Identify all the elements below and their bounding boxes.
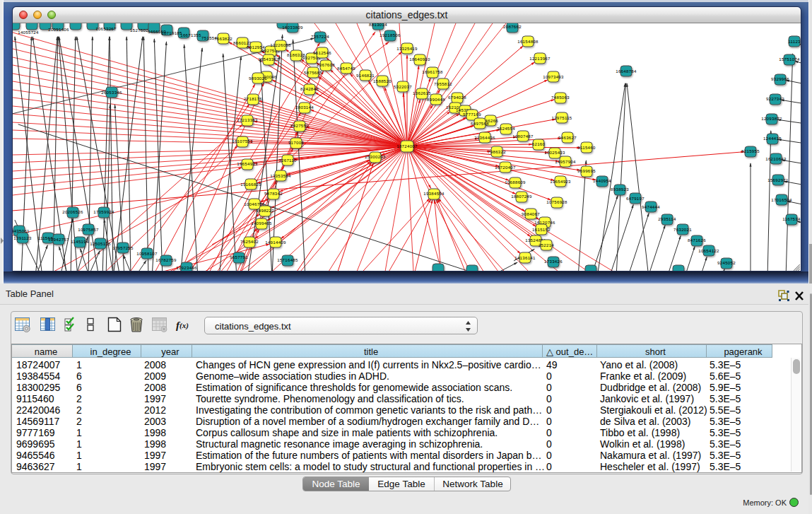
svg-text:9777169: 9777169	[463, 112, 481, 117]
svg-text:1615152: 1615152	[532, 227, 551, 232]
svg-text:252214: 252214	[539, 243, 554, 247]
svg-text:12093872: 12093872	[761, 116, 782, 121]
svg-text:14055724: 14055724	[18, 30, 39, 35]
svg-text:5878342: 5878342	[264, 191, 283, 196]
svg-text:16033809: 16033809	[282, 25, 303, 30]
svg-text:10719185: 10719185	[161, 30, 182, 35]
svg-text:1391123: 1391123	[13, 235, 32, 240]
svg-text:9245052: 9245052	[717, 260, 736, 265]
svg-text:2935114: 2935114	[658, 216, 676, 221]
svg-text:13226058: 13226058	[270, 42, 291, 47]
svg-text:2087662: 2087662	[503, 24, 522, 29]
svg-text:1588520: 1588520	[373, 78, 392, 83]
svg-text:7625402: 7625402	[240, 239, 259, 244]
svg-text:17957255: 17957255	[112, 245, 134, 250]
svg-text:1362615: 1362615	[413, 90, 431, 95]
svg-text:8813014: 8813014	[369, 23, 387, 27]
svg-text:7955812: 7955812	[434, 81, 452, 86]
svg-text:7357224: 7357224	[311, 34, 329, 39]
svg-text:1733426: 1733426	[544, 259, 563, 264]
svg-text:2803144: 2803144	[295, 105, 314, 110]
svg-text:16648784: 16648784	[616, 69, 637, 74]
svg-text:12975115: 12975115	[551, 115, 572, 120]
svg-text:9474444: 9474444	[642, 204, 660, 209]
svg-text:8242848: 8242848	[300, 86, 319, 91]
svg-text:8427552: 8427552	[290, 123, 309, 128]
svg-text:12213967: 12213967	[529, 56, 551, 61]
svg-text:1244415: 1244415	[763, 136, 782, 141]
svg-text:13325419: 13325419	[396, 46, 418, 51]
svg-text:6794028: 6794028	[448, 95, 466, 100]
svg-text:25300203: 25300203	[365, 154, 386, 159]
svg-text:9115460: 9115460	[577, 145, 596, 150]
svg-text:917004: 917004	[288, 140, 304, 145]
svg-text:18640910: 18640910	[409, 57, 430, 62]
svg-text:14957904: 14957904	[555, 159, 576, 164]
svg-text:10654122: 10654122	[698, 248, 719, 253]
svg-text:8471626: 8471626	[688, 238, 706, 243]
svg-text:12942757: 12942757	[48, 237, 69, 242]
svg-text:10653267: 10653267	[95, 26, 117, 31]
svg-text:19166825: 19166825	[240, 182, 261, 187]
svg-text:9227342: 9227342	[766, 96, 784, 101]
svg-text:14099465: 14099465	[251, 221, 272, 226]
svg-text:10756928: 10756928	[546, 199, 567, 204]
svg-text:6479197: 6479197	[626, 196, 645, 201]
svg-text:9657791: 9657791	[230, 255, 248, 259]
svg-text:26053346: 26053346	[101, 90, 122, 95]
svg-text:9146821: 9146821	[356, 73, 375, 78]
svg-text:19384554: 19384554	[423, 191, 445, 196]
svg-text:8990448: 8990448	[427, 97, 445, 102]
svg-text:3624554: 3624554	[497, 126, 515, 131]
svg-text:20206526: 20206526	[62, 209, 83, 214]
svg-text:12505135: 12505135	[90, 241, 111, 246]
svg-text:1145194: 1145194	[71, 239, 89, 244]
svg-text:3267110: 3267110	[278, 158, 297, 163]
svg-text:12923446: 12923446	[176, 265, 197, 270]
svg-text:7986322: 7986322	[488, 149, 506, 154]
svg-text:12213383: 12213383	[237, 117, 258, 122]
svg-text:9612546: 9612546	[313, 50, 331, 55]
svg-text:14914409: 14914409	[265, 240, 286, 245]
svg-text:16154808: 16154808	[517, 39, 539, 44]
svg-text:1498222: 1498222	[256, 208, 274, 213]
svg-text:17016504: 17016504	[771, 197, 792, 202]
svg-text:9084067: 9084067	[522, 211, 540, 216]
svg-text:7632021: 7632021	[673, 227, 692, 232]
svg-text:2718176: 2718176	[244, 96, 262, 101]
svg-text:16543362: 16543362	[258, 57, 279, 62]
svg-text:(x): (x)	[180, 321, 189, 330]
svg-text:11123: 11123	[788, 39, 801, 44]
svg-text:7485063: 7485063	[551, 95, 570, 100]
svg-text:15720407: 15720407	[495, 165, 516, 170]
svg-text:17359924: 17359924	[93, 209, 114, 214]
svg-text:15692971: 15692971	[767, 177, 789, 182]
svg-text:19654933: 19654933	[237, 161, 258, 166]
svg-text:14136141: 14136141	[514, 255, 536, 260]
svg-text:16671355: 16671355	[180, 33, 201, 37]
svg-text:5875685: 5875685	[304, 70, 322, 75]
svg-text:10025433: 10025433	[544, 150, 565, 155]
svg-text:62160: 62160	[532, 141, 546, 146]
svg-text:15751074: 15751074	[779, 57, 800, 62]
svg-text:9699695: 9699695	[577, 168, 596, 173]
svg-text:18807249: 18807249	[511, 194, 532, 199]
svg-text:8215955: 8215955	[741, 148, 760, 153]
svg-text:10688609: 10688609	[505, 180, 526, 185]
svg-text:21364436: 21364436	[474, 135, 495, 140]
svg-text:16961758: 16961758	[422, 69, 443, 74]
svg-text:10975857: 10975857	[78, 227, 99, 232]
svg-text:1167534: 1167534	[782, 216, 801, 221]
svg-text:2367608: 2367608	[317, 62, 335, 67]
svg-text:8938923: 8938923	[611, 187, 629, 192]
svg-text:16782759: 16782759	[155, 257, 177, 262]
svg-text:10958107: 10958107	[136, 251, 158, 256]
svg-text:19218506: 19218506	[379, 33, 401, 37]
svg-text:9463627: 9463627	[558, 135, 577, 140]
svg-text:16107553: 16107553	[232, 139, 253, 144]
svg-text:10973493: 10973493	[543, 74, 564, 79]
svg-text:6497568: 6497568	[471, 121, 489, 126]
svg-text:8454749: 8454749	[337, 66, 355, 71]
svg-text:10807487: 10807487	[512, 134, 534, 139]
svg-text:1440954: 1440954	[593, 178, 611, 183]
